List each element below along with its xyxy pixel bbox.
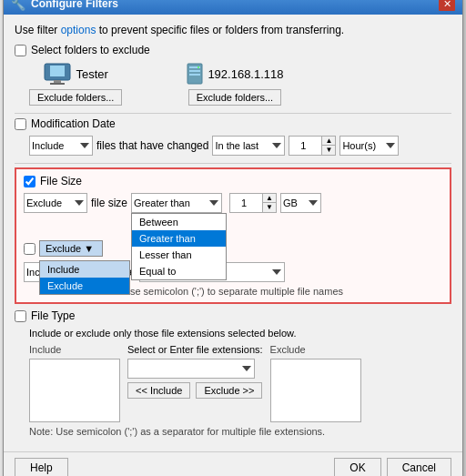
help-button[interactable]: Help bbox=[15, 458, 68, 476]
mod-date-include-select[interactable]: Include bbox=[29, 136, 93, 156]
divider-2 bbox=[15, 163, 451, 164]
select-folders-label: Select folders to exclude bbox=[31, 44, 150, 56]
file-size-row2-checkbox[interactable] bbox=[24, 243, 35, 255]
title-bar-left: 🔧 Configure Filters bbox=[11, 0, 118, 11]
title-bar: 🔧 Configure Filters ✕ bbox=[4, 0, 462, 15]
svg-rect-7 bbox=[189, 74, 200, 76]
dialog-title: Configure Filters bbox=[31, 0, 118, 10]
file-size-excl-select[interactable]: Exclude Include bbox=[24, 193, 87, 213]
file-size-value-input[interactable]: ▲ ▼ bbox=[229, 193, 277, 213]
svg-rect-3 bbox=[50, 83, 65, 85]
ok-button[interactable]: OK bbox=[334, 458, 380, 476]
include-ext-label: Include bbox=[29, 344, 120, 355]
svg-point-8 bbox=[198, 66, 199, 68]
dialog-icon: 🔧 bbox=[11, 0, 25, 11]
exclude-ext-btn[interactable]: Exclude >> bbox=[196, 382, 262, 399]
exclude-folders-btn-remote[interactable]: Exclude folders... bbox=[188, 89, 281, 106]
file-type-checkbox[interactable] bbox=[15, 310, 26, 322]
dialog-footer: Help OK Cancel bbox=[4, 451, 462, 476]
file-size-spin-buttons: ▲ ▼ bbox=[262, 194, 276, 212]
option-include[interactable]: Include bbox=[40, 261, 129, 278]
file-size-header: File Size bbox=[24, 175, 442, 187]
file-size-spin-down[interactable]: ▼ bbox=[263, 203, 276, 212]
ext-select-dropdown[interactable] bbox=[127, 359, 255, 379]
select-folders-checkbox[interactable] bbox=[15, 45, 26, 56]
include-ext-list bbox=[29, 359, 120, 422]
svg-rect-1 bbox=[50, 66, 65, 76]
file-size-unit-select[interactable]: GB MB KB bbox=[280, 193, 321, 213]
file-type-section: File Type Include or exclude only those … bbox=[15, 309, 451, 437]
file-size-label: File Size bbox=[40, 175, 82, 187]
mod-date-label: Modification Date bbox=[31, 117, 116, 130]
ext-note: Note: Use semicolon (';') as a separator… bbox=[29, 426, 451, 437]
description-text: Use filter options to prevent specific f… bbox=[15, 24, 451, 36]
mod-date-spin-up[interactable]: ▲ bbox=[322, 137, 335, 146]
file-size-row-2: Exclude ▼ Include Exclude bbox=[24, 240, 442, 257]
mod-date-value-input[interactable]: ▲ ▼ bbox=[289, 136, 336, 156]
mod-date-changed-text: files that have changed bbox=[96, 139, 208, 152]
ext-select-label: Select or Enter file extensions: bbox=[127, 344, 263, 355]
mod-date-unit-select[interactable]: Hour(s) bbox=[339, 136, 399, 156]
close-button[interactable]: ✕ bbox=[439, 0, 455, 11]
ext-select-area: Select or Enter file extensions: << Incl… bbox=[127, 344, 263, 399]
mod-date-number[interactable] bbox=[289, 137, 321, 155]
include-ext-btn[interactable]: << Include bbox=[127, 382, 190, 399]
comparison-select[interactable]: Between Greater than Lesser than Equal t… bbox=[131, 193, 222, 213]
select-folders-section: Select folders to exclude Tester Exclu bbox=[15, 44, 451, 106]
incl-excl-dropdown-container[interactable]: Exclude ▼ Include Exclude bbox=[39, 240, 103, 257]
incl-excl-dropdown-list: Include Exclude bbox=[39, 260, 130, 295]
svg-rect-6 bbox=[189, 70, 200, 72]
configure-filters-dialog: 🔧 Configure Filters ✕ Use filter options… bbox=[3, 0, 463, 476]
mod-date-header: Modification Date bbox=[15, 117, 451, 130]
option-exclude[interactable]: Exclude bbox=[40, 278, 129, 294]
include-ext-col: Include bbox=[29, 344, 120, 422]
footer-right: OK Cancel bbox=[334, 458, 451, 476]
dialog-body: Use filter options to prevent specific f… bbox=[4, 15, 462, 451]
folder-tester-icon-row: Tester bbox=[43, 62, 107, 86]
exclude-ext-col: Exclude bbox=[270, 344, 361, 422]
folder-remote-icon-row: 192.168.1.118 bbox=[186, 62, 283, 86]
folder-item-remote: 192.168.1.118 Exclude folders... bbox=[186, 62, 283, 106]
option-greater-than[interactable]: Greater than bbox=[132, 230, 226, 247]
file-size-text: file size bbox=[91, 197, 127, 209]
filter-options-link[interactable]: options bbox=[61, 24, 96, 36]
cancel-button[interactable]: Cancel bbox=[387, 458, 451, 476]
exclude-ext-list bbox=[270, 359, 361, 422]
file-size-row-1: Exclude Include file size Between Greate… bbox=[24, 193, 442, 213]
mod-date-checkbox[interactable] bbox=[15, 118, 26, 130]
remote-name: 192.168.1.118 bbox=[208, 67, 283, 81]
file-type-desc: Include or exclude only those file exten… bbox=[29, 328, 451, 339]
modification-date-section: Modification Date Include files that hav… bbox=[15, 117, 451, 156]
comparison-dropdown-container[interactable]: Between Greater than Lesser than Equal t… bbox=[131, 193, 222, 213]
option-lesser-than[interactable]: Lesser than bbox=[132, 247, 226, 263]
select-folders-header: Select folders to exclude bbox=[15, 44, 451, 56]
server-icon bbox=[186, 62, 204, 86]
file-size-checkbox[interactable] bbox=[24, 176, 35, 187]
svg-rect-2 bbox=[54, 80, 61, 83]
file-size-number[interactable] bbox=[230, 194, 262, 212]
file-size-section: File Size Exclude Include file size Betw… bbox=[15, 167, 451, 304]
computer-icon bbox=[43, 62, 72, 86]
file-type-label: File Type bbox=[31, 309, 75, 322]
mod-date-spin-down[interactable]: ▼ bbox=[322, 146, 335, 155]
comparison-dropdown-list: Between Greater than Lesser than Equal t… bbox=[131, 213, 227, 280]
mod-date-row: Include files that have changed In the l… bbox=[29, 136, 451, 156]
incl-excl-current[interactable]: Exclude ▼ bbox=[39, 240, 103, 257]
option-equal-to[interactable]: Equal to bbox=[132, 263, 226, 279]
divider-1 bbox=[15, 113, 451, 114]
file-type-body: Include Select or Enter file extensions:… bbox=[29, 344, 451, 422]
mod-date-period-select[interactable]: In the last bbox=[212, 136, 285, 156]
option-between[interactable]: Between bbox=[132, 214, 226, 230]
file-type-header: File Type bbox=[15, 309, 451, 322]
folder-row: Tester Exclude folders... 19 bbox=[29, 62, 451, 106]
file-size-spin-up[interactable]: ▲ bbox=[263, 194, 276, 203]
folder-item-tester: Tester Exclude folders... bbox=[29, 62, 122, 106]
exclude-folders-btn-tester[interactable]: Exclude folders... bbox=[29, 89, 122, 106]
exclude-ext-label: Exclude bbox=[270, 344, 361, 355]
ext-buttons: << Include Exclude >> bbox=[127, 382, 263, 399]
tester-name: Tester bbox=[76, 67, 107, 81]
mod-date-spin-buttons: ▲ ▼ bbox=[321, 137, 335, 155]
